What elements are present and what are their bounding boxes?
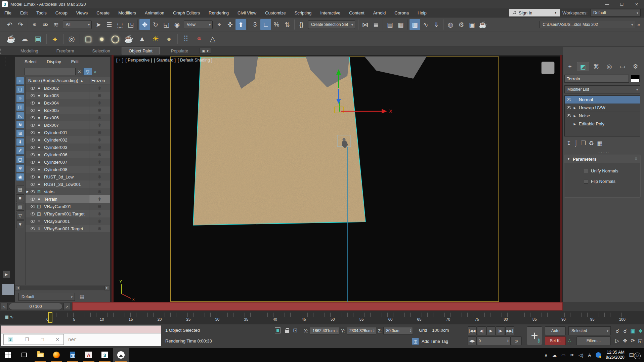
go-to-end[interactable]: ▶▶| bbox=[505, 326, 514, 335]
object-name[interactable]: Cylinder006 bbox=[42, 152, 89, 157]
maxscript-mini-listener[interactable]: ner 3 ❐ □ ✕ bbox=[1, 325, 161, 347]
cloud-render[interactable]: ☁ bbox=[18, 33, 31, 45]
select-and-link[interactable]: ⚭ bbox=[29, 19, 40, 30]
modifier-eye-icon[interactable] bbox=[567, 114, 571, 117]
particle-grid[interactable]: ⠿ bbox=[179, 33, 192, 45]
frozen-cell[interactable]: ❋ bbox=[89, 166, 110, 173]
filter-geometry[interactable]: ❏ bbox=[16, 86, 24, 93]
frozen-cell[interactable]: ❋ bbox=[89, 217, 110, 225]
pin-stack[interactable]: ↧ bbox=[566, 140, 571, 147]
make-unique[interactable]: ❐ bbox=[581, 140, 586, 147]
object-name[interactable]: VRayCam001.Target bbox=[42, 211, 89, 216]
visibility-eye-icon[interactable] bbox=[31, 212, 35, 215]
selection-sets[interactable]: ▤ bbox=[16, 186, 24, 193]
frozen-cell[interactable]: ❋ bbox=[89, 180, 110, 188]
table-row[interactable]: ● Cylinder008 ❋ bbox=[26, 166, 110, 173]
menu-item[interactable]: Graph Editors bbox=[169, 8, 204, 17]
zoom-extents[interactable]: ▣ bbox=[629, 326, 637, 336]
next-frame-button[interactable]: > bbox=[63, 303, 70, 310]
filter-hidden[interactable]: ◉ bbox=[16, 173, 24, 181]
sun-light[interactable]: ☀ bbox=[149, 33, 162, 45]
menu-item[interactable]: Rendering bbox=[204, 8, 233, 17]
visibility-eye-icon[interactable] bbox=[31, 138, 35, 142]
modifier-stack-row[interactable]: ▶ Editable Poly bbox=[565, 120, 640, 128]
maximize-button[interactable]: ☐ bbox=[614, 2, 629, 7]
menu-item[interactable]: Edit bbox=[16, 8, 32, 17]
modifier-eye-icon[interactable] bbox=[567, 98, 571, 101]
add-time-tag[interactable]: ◫ Add Time Tag bbox=[412, 338, 448, 345]
frozen-cell[interactable]: ❋ bbox=[89, 129, 110, 136]
go-to-start[interactable]: |◀◀ bbox=[468, 326, 477, 335]
y-coordinate-field[interactable]: 2304.326cm ▲▼ bbox=[347, 327, 376, 334]
cortana-icon[interactable] bbox=[596, 352, 601, 358]
play[interactable]: ▶ bbox=[486, 326, 496, 335]
remove-modifier[interactable]: ♻ bbox=[589, 140, 594, 147]
visibility-eye-icon[interactable] bbox=[31, 146, 35, 149]
ribbon-tab[interactable]: Populate bbox=[164, 47, 195, 54]
table-row[interactable]: ● Cylinder003 ❋ bbox=[26, 144, 110, 151]
table-row[interactable]: ● Box003 ❋ bbox=[26, 92, 110, 99]
percent-snap-toggle[interactable]: % bbox=[271, 19, 282, 30]
table-row[interactable]: ● Box002 ❋ bbox=[26, 84, 110, 92]
frozen-cell[interactable]: ❋ bbox=[89, 144, 110, 151]
visibility-eye-icon[interactable] bbox=[31, 116, 35, 119]
field-of-view[interactable]: ▷ bbox=[613, 336, 621, 346]
tab-utilities[interactable]: ⚙ bbox=[629, 62, 642, 71]
table-row[interactable]: ● Box006 ❋ bbox=[26, 114, 110, 121]
table-row[interactable]: ● Cylinder002 ❋ bbox=[26, 136, 110, 144]
frozen-cell[interactable]: ❋ bbox=[89, 158, 110, 166]
viewport-menu-standard[interactable]: [ Standard ] bbox=[154, 58, 176, 63]
rendered-frame-window[interactable]: ▣ bbox=[467, 19, 477, 30]
modifier-eye-icon[interactable] bbox=[567, 106, 571, 109]
ribbon-config-dropdown[interactable]: ▣ ▾ bbox=[200, 48, 211, 54]
frozen-cell[interactable]: ❋ bbox=[89, 107, 110, 114]
start-button[interactable] bbox=[0, 348, 16, 362]
toggle-scene-explorer[interactable]: ▤ bbox=[385, 19, 395, 30]
table-row[interactable]: ● Box005 ❋ bbox=[26, 107, 110, 114]
table-row[interactable]: ◫ VRayCam001.Target ❋ bbox=[26, 210, 110, 217]
scene-explorer-menu[interactable]: Display bbox=[47, 59, 61, 64]
spinner-snap-toggle[interactable]: ⇅ bbox=[282, 19, 293, 30]
close-button[interactable]: ✕ bbox=[629, 2, 644, 7]
modifier-stack-row[interactable]: ▶ Noise bbox=[565, 112, 640, 120]
zoom-all[interactable]: ☌ bbox=[621, 326, 629, 336]
object-name[interactable]: Box005 bbox=[42, 108, 89, 113]
x-coordinate-field[interactable]: 1862.431cm ▲▼ bbox=[310, 327, 339, 334]
project-folder-dropdown[interactable]: C:\Users\ASUS...\3ds Max 202 bbox=[540, 21, 635, 28]
table-row[interactable]: ▶ ⊞ stairs ❋ bbox=[26, 188, 110, 195]
ribbon-tab[interactable]: Object Paint bbox=[122, 47, 160, 54]
maximize-icon[interactable]: □ bbox=[41, 337, 44, 342]
signal-tower[interactable]: △ bbox=[206, 33, 219, 45]
light-disc[interactable]: ◯ bbox=[109, 33, 122, 45]
spinner-icon[interactable]: ▲▼ bbox=[336, 329, 338, 332]
table-row[interactable]: ● RUST_3d_Low ❋ bbox=[26, 173, 110, 180]
panel-grip[interactable] bbox=[5, 57, 5, 66]
task-view[interactable] bbox=[16, 348, 32, 362]
auto-key-button[interactable]: Auto bbox=[545, 326, 566, 335]
close-icon[interactable]: ✕ bbox=[55, 337, 59, 342]
visibility-eye-icon[interactable] bbox=[31, 124, 35, 127]
sphere-object[interactable]: ● bbox=[162, 33, 176, 45]
object-name[interactable]: VRaySun001 bbox=[42, 219, 89, 224]
visibility-eye-icon[interactable] bbox=[31, 190, 35, 193]
select-and-move[interactable]: ✥ bbox=[139, 19, 150, 30]
tab-motion[interactable]: ◎ bbox=[603, 62, 615, 71]
ribbon-tab[interactable]: Freeform bbox=[50, 47, 81, 54]
clear-search-icon[interactable]: ✕ bbox=[78, 69, 81, 74]
frozen-cell[interactable]: ❋ bbox=[89, 210, 110, 217]
toolbar-grip[interactable] bbox=[1, 33, 3, 45]
frozen-cell[interactable]: ❋ bbox=[89, 151, 110, 158]
visibility-eye-icon[interactable] bbox=[31, 131, 35, 134]
wire-teapot[interactable]: ☕ bbox=[122, 33, 135, 45]
taskbar-clock[interactable]: 12:35 AM 8/26/2020 bbox=[606, 350, 625, 360]
render-production[interactable]: ☕ bbox=[477, 19, 488, 30]
object-name[interactable]: Box003 bbox=[42, 93, 89, 98]
object-name[interactable]: Box006 bbox=[42, 115, 89, 120]
previous-frame-button[interactable]: < bbox=[1, 303, 8, 310]
table-row[interactable]: ◫ VRayCam001 ❋ bbox=[26, 203, 110, 210]
filter-frozen[interactable]: ❄ bbox=[16, 164, 24, 172]
cone-light[interactable]: ▲ bbox=[135, 33, 149, 45]
viewport-canvas[interactable]: X Y x bbox=[114, 56, 560, 302]
frozen-cell[interactable]: ❋ bbox=[89, 203, 110, 210]
select-object[interactable]: ➤ bbox=[93, 19, 104, 30]
